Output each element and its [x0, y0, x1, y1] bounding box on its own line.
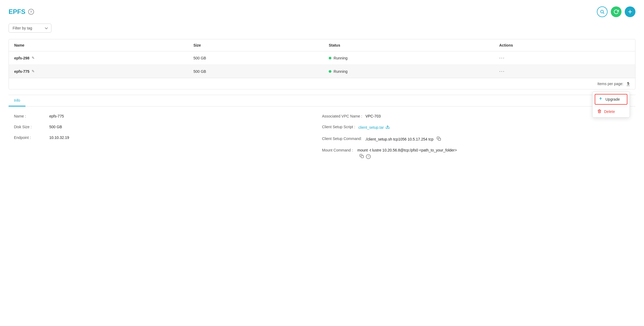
refresh-button[interactable]: [611, 6, 621, 17]
tabs: Info: [9, 95, 635, 107]
tab-info[interactable]: Info: [9, 95, 25, 107]
col-actions: Actions: [494, 39, 635, 51]
info-row-client-setup: Client Setup Script : client_setup.tar: [322, 125, 630, 130]
col-status: Status: [323, 39, 494, 51]
items-per-page-value: 5: [627, 81, 630, 86]
row2-name: epfs-775: [14, 69, 29, 74]
vpc-name-label: Associated VPC Name :: [322, 114, 362, 118]
client-command-value-row: ./client_setup.sh tcp1056 10.5.17.254 tc…: [365, 137, 441, 142]
upgrade-label: Upgrade: [605, 97, 620, 101]
endpoint-value: 10.10.32.19: [49, 135, 69, 140]
copy-client-command-icon[interactable]: [437, 137, 441, 142]
client-setup-filename: client_setup.tar: [358, 125, 384, 130]
delete-icon: [597, 109, 601, 114]
epfs-table: Name Size Status Actions epfs-298 ✎ 500 …: [9, 39, 635, 78]
page-title: EPFS: [9, 8, 25, 16]
name-value: epfs-775: [49, 114, 64, 118]
info-row-name: Name : epfs-775: [14, 114, 322, 118]
info-row-endpoint: Endpoint : 10.10.32.19: [14, 135, 322, 140]
mount-command-label: Mount Command :: [322, 148, 354, 152]
vpc-name-value: VPC-703: [365, 114, 381, 118]
page-container: EPFS ? Filter by tag Name Size: [0, 0, 644, 326]
info-row-mount-command: Mount Command : mount -t lustre 10.20.56…: [322, 148, 630, 159]
header-actions: [597, 6, 635, 17]
table-row: epfs-775 ✎ 500 GB Running ···: [9, 65, 635, 78]
header-left: EPFS ?: [9, 8, 34, 16]
delete-menu-item[interactable]: Delete: [593, 107, 630, 117]
filter-by-tag-select[interactable]: Filter by tag: [9, 24, 51, 33]
pagination-row: Items per page: 5 Upgrade Delete: [9, 78, 635, 89]
col-size: Size: [188, 39, 323, 51]
help-icon[interactable]: ?: [28, 9, 34, 15]
add-button[interactable]: [625, 6, 635, 17]
client-command-value: ./client_setup.sh tcp1056 10.5.17.254 tc…: [365, 137, 433, 141]
row1-status-cell: Running: [323, 51, 494, 65]
row1-actions-menu[interactable]: ···: [499, 55, 505, 60]
mount-command-value: mount -t lustre 10.20.56.8@tcp:/pfs0 <pa…: [357, 148, 457, 152]
client-setup-link[interactable]: client_setup.tar: [358, 125, 390, 130]
upgrade-icon: [598, 97, 603, 102]
items-per-page-label: Items per page:: [597, 82, 623, 86]
mount-help-icon[interactable]: ?: [366, 154, 371, 159]
row2-status-dot: [329, 70, 331, 73]
table-row: epfs-298 ✎ 500 GB Running ···: [9, 51, 635, 65]
actions-dropdown-menu: Upgrade Delete: [592, 92, 630, 117]
copy-mount-command-icon[interactable]: [360, 154, 364, 159]
search-button[interactable]: [597, 6, 608, 17]
col-name: Name: [9, 39, 188, 51]
svg-line-1: [603, 13, 604, 13]
info-section: Info Name : epfs-775 Disk Size : 500 GB …: [9, 95, 635, 159]
endpoint-label: Endpoint :: [14, 135, 46, 140]
row2-status-cell: Running: [323, 65, 494, 78]
info-row-vpc: Associated VPC Name : VPC-703: [322, 114, 630, 118]
delete-label: Delete: [604, 109, 615, 114]
row2-name-cell: epfs-775 ✎: [9, 65, 188, 78]
mount-icons: ?: [357, 154, 457, 159]
info-row-disk-size: Disk Size : 500 GB: [14, 125, 322, 129]
svg-rect-7: [361, 156, 364, 158]
row1-name-cell: epfs-298 ✎: [9, 51, 188, 65]
disk-size-label: Disk Size :: [14, 125, 46, 129]
row2-size: 500 GB: [188, 65, 323, 78]
filter-bar: Filter by tag: [9, 24, 635, 33]
row1-status: Running: [334, 56, 347, 60]
row2-actions-menu[interactable]: ···: [499, 69, 505, 74]
info-column-left: Name : epfs-775 Disk Size : 500 GB Endpo…: [14, 114, 322, 159]
download-icon: [385, 125, 390, 130]
client-setup-label: Client Setup Script :: [322, 125, 355, 129]
header: EPFS ?: [9, 6, 635, 17]
info-row-client-command: Client Setup Command: ./client_setup.sh …: [322, 137, 630, 142]
row2-status: Running: [334, 69, 347, 74]
table-container: Name Size Status Actions epfs-298 ✎ 500 …: [9, 39, 635, 89]
row1-actions-cell: ···: [494, 51, 635, 65]
disk-size-value: 500 GB: [49, 125, 62, 129]
client-command-label: Client Setup Command:: [322, 137, 362, 141]
row1-size: 500 GB: [188, 51, 323, 65]
row2-actions-cell: ···: [494, 65, 635, 78]
info-column-right: Associated VPC Name : VPC-703 Client Set…: [322, 114, 630, 159]
table-header-row: Name Size Status Actions: [9, 39, 635, 51]
svg-rect-6: [438, 138, 441, 141]
row1-name: epfs-298: [14, 56, 29, 60]
name-label: Name :: [14, 114, 46, 118]
row1-status-dot: [329, 57, 331, 59]
upgrade-menu-item[interactable]: Upgrade: [595, 94, 627, 105]
mount-command-block: mount -t lustre 10.20.56.8@tcp:/pfs0 <pa…: [357, 148, 457, 159]
row2-edit-icon[interactable]: ✎: [32, 69, 35, 73]
info-grid: Name : epfs-775 Disk Size : 500 GB Endpo…: [9, 114, 635, 159]
row1-edit-icon[interactable]: ✎: [32, 56, 35, 60]
